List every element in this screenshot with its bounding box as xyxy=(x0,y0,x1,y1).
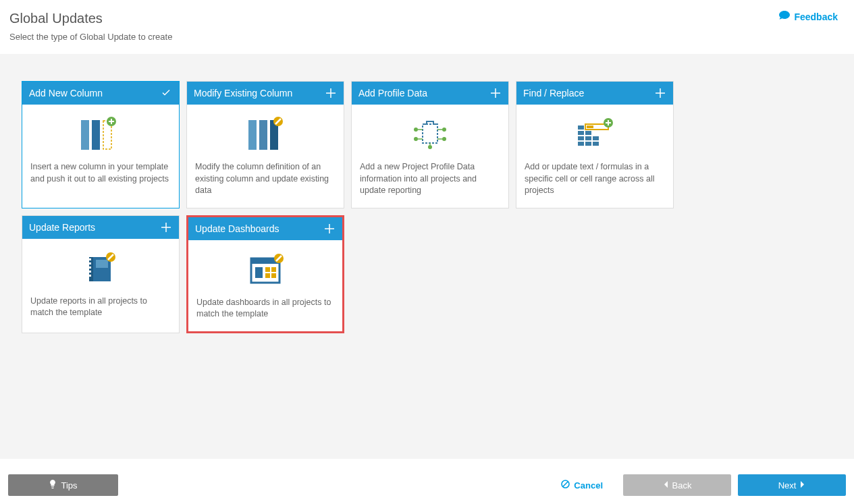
svg-rect-37 xyxy=(255,267,263,278)
card-header: Add Profile Data xyxy=(352,82,508,105)
svg-rect-17 xyxy=(578,142,584,146)
tips-label: Tips xyxy=(61,480,77,491)
card-update-reports[interactable]: Update Reports Update reports i xyxy=(22,215,180,333)
card-body: Add a new Project Profile Data informati… xyxy=(352,105,508,208)
plus-icon xyxy=(325,87,337,99)
content-area: Add New Column Insert a new column in yo… xyxy=(0,54,854,459)
card-title: Modify Existing Column xyxy=(194,88,292,99)
svg-rect-22 xyxy=(593,142,599,146)
card-add-new-column[interactable]: Add New Column Insert a new column in yo… xyxy=(22,81,180,208)
plus-icon xyxy=(323,223,336,235)
card-modify-existing-column[interactable]: Modify Existing Column Modify the column… xyxy=(186,81,344,208)
card-title: Find / Replace xyxy=(523,88,584,99)
card-grid: Add New Column Insert a new column in yo… xyxy=(22,81,832,333)
cancel-button[interactable]: Cancel xyxy=(548,474,616,496)
svg-rect-24 xyxy=(587,125,593,128)
reports-icon xyxy=(77,247,124,290)
card-desc: Insert a new column in your template and… xyxy=(30,161,171,185)
card-title: Add New Column xyxy=(29,88,103,99)
card-desc: Add a new Project Profile Data informati… xyxy=(360,161,500,197)
card-body: Add or update text / formulas in a speci… xyxy=(516,105,673,208)
chevron-left-icon xyxy=(663,480,668,491)
svg-point-12 xyxy=(442,137,446,141)
plus-icon xyxy=(489,87,502,99)
svg-rect-20 xyxy=(585,142,591,146)
svg-rect-19 xyxy=(585,136,591,140)
card-title: Update Dashboards xyxy=(195,223,279,234)
svg-rect-38 xyxy=(265,267,270,272)
modify-column-icon xyxy=(242,113,289,156)
find-replace-icon xyxy=(571,113,618,156)
card-header: Modify Existing Column xyxy=(187,82,344,105)
svg-rect-30 xyxy=(89,271,91,273)
svg-rect-39 xyxy=(271,267,276,272)
svg-rect-29 xyxy=(89,267,91,269)
svg-rect-41 xyxy=(271,273,276,278)
card-desc: Update reports in all projects to match … xyxy=(30,296,171,319)
svg-rect-14 xyxy=(578,125,584,130)
svg-rect-5 xyxy=(259,120,267,150)
cancel-icon xyxy=(561,480,570,491)
tips-button[interactable]: Tips xyxy=(8,474,118,496)
svg-rect-8 xyxy=(423,124,437,143)
card-desc: Modify the column definition of an exist… xyxy=(195,161,336,197)
next-label: Next xyxy=(778,480,797,491)
card-desc: Add or update text / formulas in a speci… xyxy=(525,161,665,197)
card-update-dashboards[interactable]: Update Dashboards xyxy=(186,215,344,333)
cancel-label: Cancel xyxy=(574,480,603,491)
svg-rect-15 xyxy=(578,131,584,135)
svg-point-11 xyxy=(442,128,446,132)
dashboards-icon xyxy=(242,248,289,291)
page-subtitle: Select the type of Global Update to crea… xyxy=(9,32,845,42)
feedback-label: Feedback xyxy=(794,11,838,22)
card-body: Update reports in all projects to match … xyxy=(22,239,179,333)
svg-rect-27 xyxy=(89,258,91,260)
svg-rect-0 xyxy=(81,120,89,150)
svg-rect-31 xyxy=(89,275,91,277)
svg-rect-40 xyxy=(265,273,270,278)
svg-rect-4 xyxy=(248,120,257,150)
svg-rect-18 xyxy=(585,131,591,135)
check-icon xyxy=(160,87,172,99)
svg-rect-28 xyxy=(89,262,91,264)
card-body: Insert a new column in your template and… xyxy=(22,105,179,208)
card-header: Find / Replace xyxy=(516,82,673,105)
card-find-replace[interactable]: Find / Replace xyxy=(516,81,674,208)
back-label: Back xyxy=(672,480,692,491)
svg-point-9 xyxy=(414,128,418,132)
svg-rect-1 xyxy=(92,120,100,150)
card-desc: Update dashboards in all projects to mat… xyxy=(196,297,334,320)
next-button[interactable]: Next xyxy=(738,474,846,496)
add-column-icon xyxy=(77,113,124,156)
card-header: Add New Column xyxy=(22,82,179,105)
svg-point-10 xyxy=(414,137,418,141)
svg-rect-16 xyxy=(578,136,584,140)
card-title: Add Profile Data xyxy=(358,88,427,99)
card-header: Update Reports xyxy=(22,216,179,239)
card-header: Update Dashboards xyxy=(188,217,342,240)
profile-data-icon xyxy=(406,113,454,156)
footer-bar: Tips Cancel Back Next xyxy=(0,466,854,504)
back-button[interactable]: Back xyxy=(623,474,731,496)
chevron-right-icon xyxy=(800,480,805,491)
page-title: Global Updates xyxy=(9,11,845,26)
svg-point-13 xyxy=(428,145,432,149)
plus-icon xyxy=(654,87,666,99)
svg-rect-26 xyxy=(89,257,93,281)
svg-rect-33 xyxy=(96,260,108,268)
comment-icon xyxy=(779,11,790,22)
card-add-profile-data[interactable]: Add Profile Data xyxy=(351,81,509,208)
lightbulb-icon xyxy=(49,480,57,491)
feedback-link[interactable]: Feedback xyxy=(779,11,838,22)
card-body: Modify the column definition of an exist… xyxy=(187,105,344,208)
page-header: Global Updates Select the type of Global… xyxy=(0,0,854,54)
card-body: Update dashboards in all projects to mat… xyxy=(188,240,342,331)
svg-rect-21 xyxy=(593,136,599,140)
plus-icon xyxy=(160,221,172,233)
card-title: Update Reports xyxy=(29,222,95,233)
